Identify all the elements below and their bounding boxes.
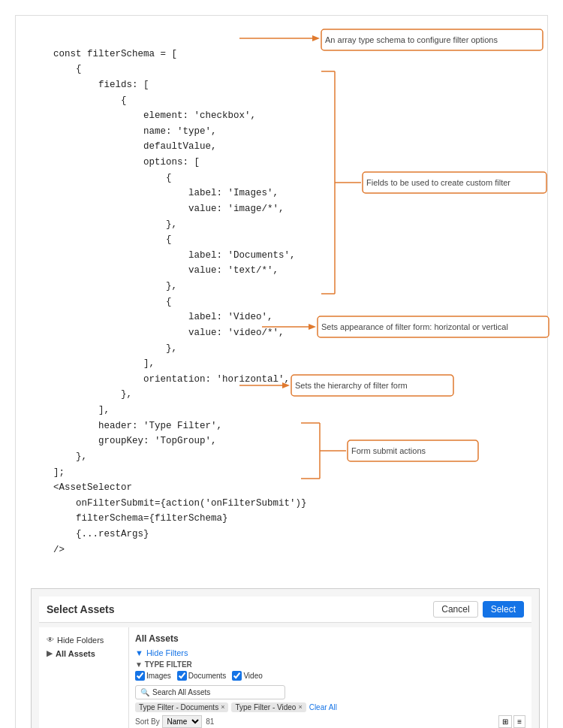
code-section: const filterSchema = [ { fields: [ { ele… [31, 31, 540, 573]
code-wrapper: const filterSchema = [ { fields: [ { ele… [53, 31, 525, 573]
video-checkbox[interactable] [232, 671, 242, 681]
preview-title: Select Assets [47, 603, 115, 615]
filter-tag-documents[interactable]: Type Filter - Documents × [135, 702, 228, 712]
filter-tag-documents-label: Type Filter - Documents [139, 703, 218, 711]
clear-all-button[interactable]: Clear All [309, 703, 337, 711]
sort-by-label: Sort By [135, 717, 162, 726]
code-line-18: label: 'Video', [121, 312, 273, 322]
filter-tag-video-close[interactable]: × [298, 703, 302, 711]
cancel-button[interactable]: Cancel [433, 601, 477, 618]
hide-filters-row[interactable]: ▼ Hide Filters [135, 648, 525, 657]
all-assets-header: All Assets [135, 633, 525, 644]
filter-tags-row: Type Filter - Documents × Type Filter - … [135, 702, 525, 712]
select-button[interactable]: Select [483, 601, 524, 618]
code-line-22: orientation: 'horizontal', [98, 374, 290, 385]
code-line-8: options: [ [98, 157, 200, 168]
preview-body: 👁 Hide Folders ▶ All Assets All Assets ▼… [39, 627, 531, 728]
code-line-29: <AssetSelector [53, 482, 132, 493]
code-line-4: { [87, 95, 127, 106]
all-assets-label: All Assets [56, 649, 95, 658]
video-label: Video [243, 672, 262, 680]
search-row: 🔍 Search All Assets [135, 685, 525, 699]
code-line-32: {...restArgs} [65, 529, 149, 539]
checkbox-images[interactable]: Images [135, 671, 171, 681]
filter-checkboxes: Images Documents Video [135, 671, 525, 681]
preview-main: All Assets ▼ Hide Filters ▼ TYPE FILTER … [129, 627, 531, 728]
code-line-31: filterSchema={filterSchema} [65, 513, 228, 524]
code-line-25: header: 'Type Filter', [76, 421, 222, 431]
preview-header: Select Assets Cancel Select [39, 597, 531, 623]
sidebar-item-hide-folders[interactable]: 👁 Hide Folders [45, 633, 122, 647]
code-line-17: { [110, 297, 172, 307]
code-line-26: groupKey: 'TopGroup', [76, 436, 217, 446]
sort-count: 81 [203, 717, 214, 726]
hide-filters-label[interactable]: Hide Filters [146, 648, 188, 657]
preview-sidebar: 👁 Hide Folders ▶ All Assets [39, 627, 129, 728]
list-view-button[interactable]: ≡ [513, 715, 525, 728]
code-line-1: const filterSchema = [ [53, 49, 177, 59]
code-line-12: }, [110, 219, 177, 230]
code-line-28: ]; [53, 467, 65, 478]
sort-row: Sort By Name 81 ⊞ ≡ [135, 715, 525, 728]
code-line-14: label: 'Documents', [121, 250, 296, 261]
view-toggle: ⊞ ≡ [498, 715, 525, 728]
images-label: Images [146, 672, 171, 680]
filter-tag-video[interactable]: Type Filter - Video × [231, 702, 306, 712]
checkbox-video[interactable]: Video [232, 671, 262, 681]
code-line-15: value: 'text/*', [121, 265, 278, 276]
filter-icon: ▼ [135, 648, 143, 657]
folder-icon: ▶ [47, 649, 53, 657]
code-line-27: }, [65, 452, 87, 462]
grid-view-button[interactable]: ⊞ [498, 715, 512, 728]
search-box[interactable]: 🔍 Search All Assets [135, 685, 285, 699]
preview-section: Select Assets Cancel Select 👁 Hide Folde… [31, 588, 540, 728]
code-line-3: fields: [ [76, 80, 149, 90]
code-line-24: ], [76, 405, 110, 415]
code-line-23: }, [87, 389, 132, 400]
search-icon: 🔍 [140, 688, 149, 696]
code-line-5: element: 'checkbox', [98, 110, 256, 121]
code-line-30: onFilterSubmit={action('onFilterSubmit')… [65, 498, 307, 509]
code-line-13: { [110, 234, 172, 245]
sort-by-select[interactable]: Name [162, 715, 202, 728]
code-line-19: value: 'video/*', [121, 328, 285, 338]
images-checkbox[interactable] [135, 671, 145, 681]
hide-folders-label: Hide Folders [57, 636, 104, 645]
filter-tag-video-label: Type Filter - Video [235, 703, 296, 711]
code-line-21: ], [98, 358, 155, 369]
code-line-2: { [65, 64, 82, 74]
sidebar-item-all-assets[interactable]: ▶ All Assets [45, 647, 122, 660]
preview-buttons: Cancel Select [433, 601, 524, 618]
code-line-10: label: 'Images', [121, 188, 278, 198]
code-line-9: { [110, 173, 172, 183]
code-line-6: name: 'type', [98, 126, 217, 137]
documents-checkbox[interactable] [177, 671, 187, 681]
search-placeholder: Search All Assets [152, 688, 210, 696]
code-block: const filterSchema = [ { fields: [ { ele… [53, 31, 525, 573]
filter-tag-documents-close[interactable]: × [221, 703, 224, 711]
eye-icon: 👁 [47, 636, 54, 644]
type-filter-label: ▼ TYPE FILTER [135, 660, 525, 669]
sort-info: Sort By Name 81 [135, 715, 214, 728]
main-container: const filterSchema = [ { fields: [ { ele… [15, 15, 548, 728]
code-line-16: }, [110, 281, 177, 292]
code-line-33: /> [53, 545, 65, 555]
documents-label: Documents [188, 672, 227, 680]
code-line-11: value: 'image/*', [121, 204, 285, 214]
code-line-20: }, [110, 343, 177, 354]
checkbox-documents[interactable]: Documents [177, 671, 227, 681]
code-line-7: defaultValue, [98, 141, 217, 152]
